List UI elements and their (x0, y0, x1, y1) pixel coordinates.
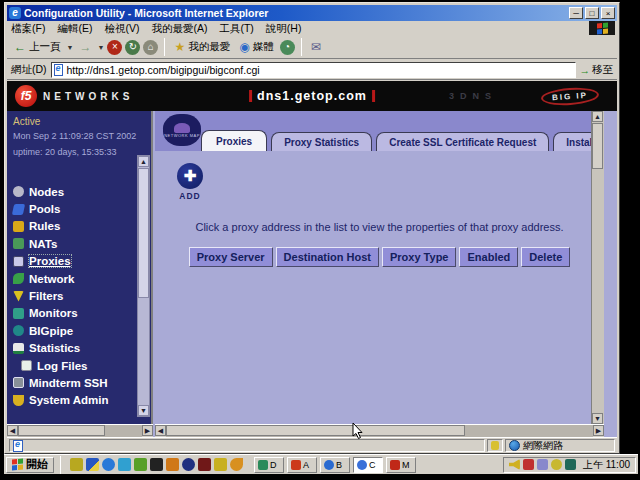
quick-launch-icon[interactable] (230, 458, 243, 471)
show-desktop-icon[interactable] (86, 458, 99, 471)
go-icon: → (580, 64, 591, 76)
mail-button[interactable]: ✉ (308, 38, 324, 57)
tray-icon[interactable] (565, 459, 576, 470)
menu-favorites[interactable]: 我的最愛(A) (151, 22, 207, 36)
column-proxy-server[interactable]: Proxy Server (189, 247, 273, 267)
main-vertical-scrollbar[interactable]: ▲ ▼ (591, 111, 604, 424)
sidebar-item-rules[interactable]: Rules (13, 218, 137, 235)
menu-edit[interactable]: 編輯(E) (57, 22, 92, 36)
address-input[interactable] (66, 64, 572, 76)
sidebar-item-system-admin[interactable]: System Admin (13, 392, 137, 409)
main-horizontal-scrollbar[interactable]: ◀ ▶ (155, 424, 604, 437)
network-icon (13, 273, 24, 284)
title-bar: e Configuration Utility - Microsoft Inte… (7, 5, 617, 21)
minimize-button[interactable]: ─ (569, 7, 583, 19)
sidebar-item-nodes[interactable]: Nodes (13, 183, 137, 200)
history-button[interactable]: ◔ (280, 40, 295, 55)
zone-label: 網際網路 (523, 439, 563, 453)
quick-launch-icon[interactable] (198, 458, 211, 471)
sidebar-horizontal-scrollbar[interactable]: ◀ ▶ (7, 424, 153, 437)
f5-header: f5 NETWORKS dns1.getop.com 3DNS BIG IP (7, 81, 617, 111)
tab-proxies[interactable]: Proxies (201, 130, 267, 151)
task-window-button[interactable]: A (287, 457, 317, 473)
menu-bar: 檔案(F) 編輯(E) 檢視(V) 我的最愛(A) 工具(T) 說明(H) (7, 21, 617, 36)
task-window-button[interactable]: M (386, 457, 416, 473)
volume-icon[interactable] (509, 459, 520, 470)
home-button[interactable]: ⌂ (143, 40, 158, 55)
media-button[interactable]: ◉ 媒體 (236, 38, 276, 57)
sidebar-item-mindterm-ssh[interactable]: Mindterm SSH (13, 374, 137, 391)
quick-launch-icon[interactable] (70, 458, 83, 471)
tray-icon[interactable] (537, 459, 548, 470)
sidebar-vertical-scrollbar[interactable]: ▲ ▼ (137, 155, 150, 417)
column-destination-host[interactable]: Destination Host (276, 247, 379, 267)
scroll-up-icon[interactable]: ▲ (138, 156, 149, 167)
menu-help[interactable]: 說明(H) (266, 22, 302, 36)
scrollbar-thumb[interactable] (138, 168, 149, 298)
scroll-right-icon[interactable]: ▶ (142, 425, 153, 436)
favorites-button[interactable]: ★ 我的最愛 (171, 38, 233, 57)
sidebar-item-bigpipe[interactable]: BIGpipe (13, 322, 137, 339)
scrollbar-thumb[interactable] (18, 425, 105, 436)
scroll-down-icon[interactable]: ▼ (138, 405, 149, 416)
sidebar-item-proxies[interactable]: Proxies (13, 253, 137, 270)
proxies-panel: ✚ ADD Click a proxy address in the list … (155, 151, 604, 424)
sidebar-item-filters[interactable]: Filters (13, 287, 137, 304)
tab-proxy-statistics[interactable]: Proxy Statistics (271, 132, 372, 151)
scroll-down-icon[interactable]: ▼ (592, 413, 603, 424)
column-enabled[interactable]: Enabled (459, 247, 518, 267)
scroll-up-icon[interactable]: ▲ (592, 111, 603, 122)
menu-view[interactable]: 檢視(V) (104, 22, 139, 36)
back-button[interactable]: ← 上一頁 (11, 38, 64, 57)
quick-launch-icon[interactable] (182, 458, 195, 471)
maximize-button[interactable]: □ (585, 7, 599, 19)
brand-name: NETWORKS (43, 91, 133, 102)
tray-icon[interactable] (551, 459, 562, 470)
statistics-icon (13, 343, 24, 354)
sidebar-item-nats[interactable]: NATs (13, 235, 137, 252)
scrollbar-thumb[interactable] (166, 425, 465, 436)
task-window-button-active[interactable]: C (353, 457, 383, 473)
taskbar-clock[interactable]: 上午 11:00 (583, 458, 630, 472)
forward-dropdown[interactable]: ▼ (97, 44, 104, 51)
quick-launch-icon[interactable] (214, 458, 227, 471)
product-3dns: 3DNS (449, 91, 497, 101)
column-delete[interactable]: Delete (521, 247, 570, 267)
sidebar-item-statistics[interactable]: Statistics (13, 340, 137, 357)
address-label: 網址(D) (11, 63, 47, 77)
task-window-button[interactable]: D (254, 457, 284, 473)
network-map-button[interactable]: NETWORK MAP (163, 114, 201, 146)
internet-explorer-icon[interactable] (102, 458, 115, 471)
add-proxy-button[interactable]: ✚ (177, 163, 203, 189)
scroll-right-icon[interactable]: ▶ (593, 425, 604, 436)
column-proxy-type[interactable]: Proxy Type (382, 247, 457, 267)
window-icon (291, 460, 301, 470)
sidebar-nav: Nodes Pools Rules NATs (13, 183, 137, 409)
tray-icon[interactable] (523, 459, 534, 470)
menu-tools[interactable]: 工具(T) (219, 22, 253, 36)
sidebar-item-monitors[interactable]: Monitors (13, 305, 137, 322)
stop-button[interactable]: × (107, 40, 122, 55)
go-button[interactable]: → 移至 (580, 63, 614, 77)
start-button[interactable]: 開始 (6, 457, 54, 473)
windows-logo-icon (589, 21, 615, 35)
scrollbar-thumb[interactable] (592, 123, 603, 169)
quick-launch-icon[interactable] (134, 458, 147, 471)
refresh-button[interactable]: ↻ (125, 40, 140, 55)
sidebar-item-network[interactable]: Network (13, 270, 137, 287)
forward-button[interactable]: → (76, 38, 94, 57)
menu-file[interactable]: 檔案(F) (11, 22, 45, 36)
quick-launch-icon[interactable] (166, 458, 179, 471)
quick-launch-icon[interactable] (150, 458, 163, 471)
task-window-button[interactable]: B (320, 457, 350, 473)
tab-create-ssl-certificate-request[interactable]: Create SSL Certificate Request (376, 132, 549, 151)
back-dropdown[interactable]: ▼ (67, 44, 74, 51)
toolbar-separator (164, 38, 165, 56)
sidebar-item-log-files[interactable]: Log Files (13, 357, 137, 374)
close-button[interactable]: × (601, 7, 615, 19)
quick-launch-icon[interactable] (118, 458, 131, 471)
scroll-left-icon[interactable]: ◀ (7, 425, 18, 436)
sidebar-item-pools[interactable]: Pools (13, 200, 137, 217)
scroll-left-icon[interactable]: ◀ (155, 425, 166, 436)
tab-strip: NETWORK MAP Proxies Proxy Statistics Cre… (155, 111, 604, 151)
